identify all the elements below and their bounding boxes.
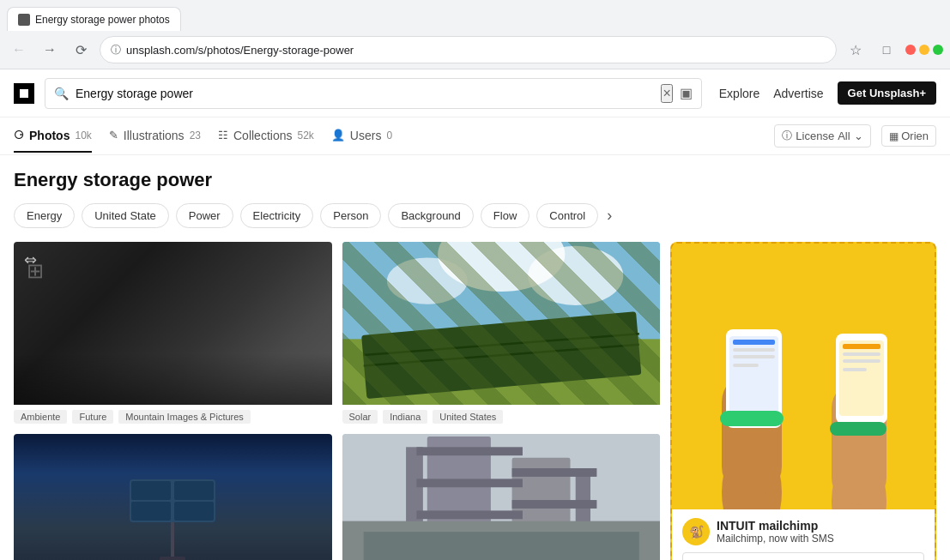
svg-rect-45 (843, 344, 880, 349)
get-unsplash-button[interactable]: Get Unsplash+ (838, 81, 936, 105)
minimize-window-button[interactable] (919, 45, 929, 55)
mailchimp-logo-icon: 🐒 (682, 518, 710, 545)
photos-tab-icon: ⚆ (14, 129, 24, 142)
photo-image-2 (342, 242, 661, 405)
address-bar[interactable]: ⓘ unsplash.com/s/photos/Energy-storage-p… (100, 36, 837, 63)
filter-flow[interactable]: Flow (481, 203, 529, 228)
mid-column: Solar Indiana United States (342, 242, 661, 560)
svg-line-13 (363, 334, 638, 355)
collections-tab-icon: ☷ (218, 129, 228, 142)
advertise-link[interactable]: Advertise (773, 87, 823, 100)
explore-link[interactable]: Explore (719, 87, 759, 100)
ad-bottom-section: 🐒 INTUIT mailchimp Mailchimp, now with S… (672, 509, 935, 560)
orientation-filter-button[interactable]: ▦ Orien (881, 125, 936, 147)
photo-item-2[interactable]: Solar Indiana United States (342, 242, 661, 424)
users-tab-icon: 👤 (331, 129, 345, 142)
svg-rect-37 (733, 348, 775, 352)
capture-button[interactable]: □ (874, 38, 899, 62)
svg-rect-40 (720, 411, 784, 426)
photo-tags-1: Ambiente Future Mountain Images & Pictur… (14, 410, 332, 424)
collections-tab-label: Collections (233, 129, 292, 142)
filter-united-state[interactable]: United State (82, 203, 169, 228)
back-button[interactable]: ← (7, 38, 31, 62)
search-bar[interactable]: 🔍 × ▣ (45, 78, 702, 109)
bookmark-button[interactable]: ☆ (844, 38, 868, 62)
page-title: Energy storage power (14, 169, 936, 191)
tag-ambiente[interactable]: Ambiente (14, 410, 67, 424)
users-tab[interactable]: 👤 Users 0 (331, 120, 392, 153)
photo-item-3[interactable] (14, 434, 332, 560)
filter-electricity[interactable]: Electricity (240, 203, 314, 228)
ad-illustration (679, 244, 928, 509)
photo-image-3 (14, 434, 332, 560)
tag-united-states[interactable]: United States (433, 410, 503, 424)
page-content: Energy storage power Energy United State… (0, 155, 950, 560)
solar-sky-svg (342, 242, 661, 405)
tag-mountain[interactable]: Mountain Images & Pictures (118, 410, 251, 424)
collections-tab[interactable]: ☷ Collections 52k (218, 120, 314, 153)
more-filters-button[interactable]: › (607, 207, 612, 225)
photo-image-1: ⇔ (14, 242, 332, 405)
photo-tags-2: Solar Indiana United States (342, 410, 661, 424)
url-text: unsplash.com/s/photos/Energy-storage-pow… (126, 44, 826, 57)
photos-tab-label: Photos (29, 129, 70, 142)
photo-item-1[interactable]: ⇔ Ambiente Future Mountain Images & Pict… (14, 242, 332, 424)
ad-image-area (672, 244, 935, 509)
svg-rect-6 (174, 502, 214, 521)
filter-energy[interactable]: Energy (14, 203, 75, 228)
scale-icon: ⇔ (24, 250, 37, 269)
svg-point-9 (528, 246, 623, 305)
svg-rect-48 (843, 368, 867, 371)
filter-power[interactable]: Power (176, 203, 233, 228)
svg-rect-46 (843, 352, 880, 356)
clear-search-button[interactable]: × (661, 84, 672, 103)
search-input[interactable] (76, 87, 654, 100)
nav-bar: ← → ⟳ ⓘ unsplash.com/s/photos/Energy-sto… (0, 31, 950, 69)
photo-grid: ⇔ Ambiente Future Mountain Images & Pict… (14, 242, 936, 560)
advertisement-block: 🐒 INTUIT mailchimp Mailchimp, now with S… (670, 242, 936, 560)
svg-text:🐒: 🐒 (689, 525, 705, 539)
svg-rect-49 (830, 422, 886, 436)
svg-point-8 (438, 242, 565, 292)
right-column: 🐒 INTUIT mailchimp Mailchimp, now with S… (670, 242, 936, 560)
learn-more-button[interactable]: Learn More (682, 552, 924, 560)
tag-indiana[interactable]: Indiana (383, 410, 427, 424)
svg-rect-20 (416, 447, 523, 455)
visual-search-button[interactable]: ▣ (680, 85, 693, 101)
forward-button[interactable]: → (38, 38, 62, 62)
photos-tab[interactable]: ⚆ Photos 10k (14, 120, 92, 153)
license-chevron-icon: ⌄ (854, 129, 863, 142)
tag-future[interactable]: Future (72, 410, 113, 424)
illustrations-tab-icon: ✎ (109, 129, 118, 142)
photo-item-4[interactable] (342, 434, 661, 560)
maximize-window-button[interactable] (933, 45, 943, 55)
browser-chrome: Energy storage power photos ← → ⟳ ⓘ unsp… (0, 0, 950, 69)
license-filter-button[interactable]: ⓘ License All ⌄ (774, 124, 870, 148)
svg-rect-0 (160, 557, 185, 561)
svg-rect-4 (174, 481, 214, 500)
svg-rect-26 (511, 500, 596, 509)
filter-person[interactable]: Person (320, 203, 381, 228)
tag-solar[interactable]: Solar (342, 410, 378, 424)
photos-tab-count: 10k (75, 129, 91, 142)
secure-icon: ⓘ (111, 43, 121, 57)
logo-mark (20, 89, 28, 98)
tab-favicon (18, 14, 30, 26)
tab-bar: Energy storage power photos (0, 0, 950, 31)
sub-nav-right: ⓘ License All ⌄ ▦ Orien (774, 124, 936, 148)
unsplash-logo[interactable] (14, 83, 34, 104)
license-label: License (796, 129, 834, 142)
top-navigation: 🔍 × ▣ Explore Advertise Get Unsplash+ (0, 69, 950, 117)
refresh-button[interactable]: ⟳ (69, 38, 93, 62)
close-window-button[interactable] (905, 45, 916, 55)
svg-rect-21 (416, 479, 523, 487)
filter-background[interactable]: Background (388, 203, 473, 228)
svg-line-14 (363, 345, 638, 366)
illustrations-tab[interactable]: ✎ Illustrations 23 (109, 120, 201, 153)
sub-navigation: ⚆ Photos 10k ✎ Illustrations 23 ☷ Collec… (0, 117, 950, 155)
active-tab[interactable]: Energy storage power photos (7, 7, 181, 31)
industrial-svg (342, 434, 661, 560)
illustrations-tab-label: Illustrations (124, 129, 185, 142)
filter-row: Energy United State Power Electricity Pe… (14, 203, 936, 228)
filter-control[interactable]: Control (536, 203, 598, 228)
